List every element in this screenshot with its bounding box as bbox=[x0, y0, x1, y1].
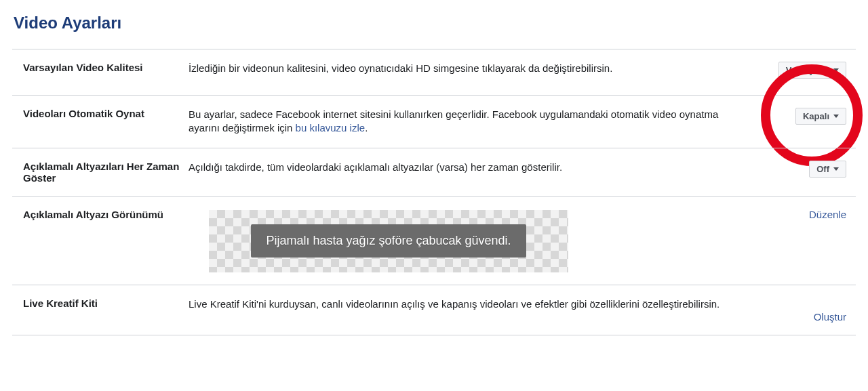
row-live-creative-kit: Live Kreatif Kiti Live Kreatif Kiti'ni k… bbox=[12, 285, 856, 335]
desc-always-show-captions: Açıldığı takdirde, tüm videolardaki açık… bbox=[189, 161, 741, 174]
label-caption-appearance: Açıklamalı Altyazı Görünümü bbox=[12, 209, 189, 220]
autoplay-guide-link[interactable]: bu kılavuzu izle bbox=[296, 122, 366, 133]
label-live-creative-kit: Live Kreatif Kiti bbox=[12, 297, 189, 309]
caption-preview-area: Pijamalı hasta yağız şoföre çabucak güve… bbox=[189, 209, 741, 272]
desc-text-pre: Bu ayarlar, sadece Facebook internet sit… bbox=[189, 108, 718, 133]
label-autoplay-videos: Videoları Otomatik Oynat bbox=[12, 108, 189, 119]
dropdown-always-show-captions[interactable]: Off bbox=[809, 161, 846, 178]
dropdown-default-video-quality[interactable]: Varsayılan bbox=[778, 62, 846, 79]
caret-down-icon bbox=[833, 68, 839, 72]
label-default-video-quality: Varsayılan Video Kalitesi bbox=[12, 62, 189, 73]
checkerboard-background: Pijamalı hasta yağız şoföre çabucak güve… bbox=[209, 210, 568, 272]
desc-live-creative-kit: Live Kreatif Kiti'ni kurduysan, canlı vi… bbox=[189, 297, 741, 311]
create-live-kit-link[interactable]: Oluştur bbox=[814, 311, 846, 323]
caption-sample-text: Pijamalı hasta yağız şoföre çabucak güve… bbox=[251, 224, 526, 257]
caret-down-icon bbox=[833, 115, 839, 118]
dropdown-value: Kapalı bbox=[803, 111, 829, 121]
row-autoplay-videos: Videoları Otomatik Oynat Bu ayarlar, sad… bbox=[12, 95, 856, 148]
row-default-video-quality: Varsayılan Video Kalitesi İzlediğin bir … bbox=[12, 49, 856, 95]
edit-caption-appearance-link[interactable]: Düzenle bbox=[809, 209, 846, 220]
label-always-show-captions: Açıklamalı Altyazıları Her Zaman Göster bbox=[12, 161, 189, 184]
desc-text-post: . bbox=[365, 122, 368, 133]
dropdown-value: Varsayılan bbox=[786, 65, 829, 75]
caret-down-icon bbox=[833, 167, 839, 171]
row-always-show-captions: Açıklamalı Altyazıları Her Zaman Göster … bbox=[12, 148, 856, 196]
page-title: Video Ayarları bbox=[14, 14, 856, 33]
desc-autoplay-videos: Bu ayarlar, sadece Facebook internet sit… bbox=[189, 108, 741, 136]
dropdown-autoplay-videos[interactable]: Kapalı bbox=[795, 108, 846, 125]
desc-default-video-quality: İzlediğin bir videonun kalitesini, video… bbox=[189, 62, 741, 75]
row-caption-appearance: Açıklamalı Altyazı Görünümü Pijamalı has… bbox=[12, 196, 856, 285]
dropdown-value: Off bbox=[816, 164, 829, 174]
